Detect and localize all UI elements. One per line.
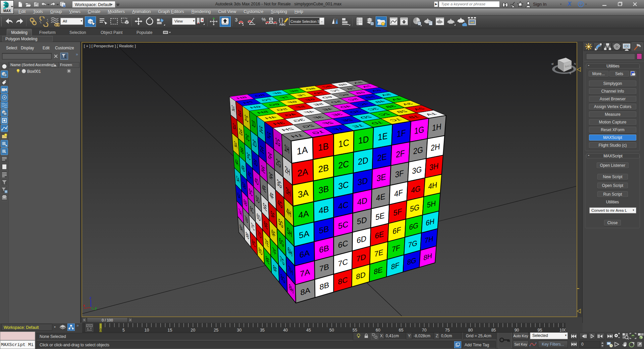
svg-text:35: 35 [260, 328, 265, 333]
svg-text:3A: 3A [298, 188, 309, 200]
svg-text:10: 10 [144, 328, 149, 333]
svg-text:95: 95 [538, 328, 542, 333]
svg-text:1A: 1A [297, 144, 308, 157]
svg-text:40: 40 [283, 328, 288, 333]
svg-text:4F: 4F [394, 188, 403, 199]
svg-text:ABC: ABC [279, 23, 285, 26]
svg-text:3E: 3E [376, 172, 386, 183]
svg-text:3H: 3H [429, 161, 439, 172]
svg-text:5: 5 [122, 328, 125, 333]
svg-text:3: 3 [235, 17, 237, 22]
svg-text:1H: 1H [432, 122, 441, 133]
svg-text:3G: 3G [412, 165, 422, 176]
svg-text:80: 80 [468, 328, 473, 333]
svg-text:30: 30 [237, 328, 241, 333]
svg-text:4D: 4D [357, 196, 367, 207]
svg-text:2H: 2H [430, 142, 440, 153]
svg-text:2D: 2D [358, 155, 368, 167]
svg-text:4C: 4C [338, 200, 348, 211]
svg-text:{ }: { } [279, 17, 283, 23]
svg-text:%: % [262, 17, 266, 22]
svg-text:1G: 1G [414, 124, 424, 136]
svg-text:2B: 2B [318, 162, 329, 174]
svg-text:60: 60 [376, 328, 380, 333]
svg-text:100: 100 [559, 328, 566, 333]
svg-text:1D: 1D [358, 134, 369, 145]
svg-text:25: 25 [214, 328, 218, 333]
svg-text:90: 90 [515, 328, 519, 333]
svg-text:2A: 2A [297, 166, 308, 179]
svg-text:3D: 3D [358, 176, 368, 187]
svg-text:65: 65 [399, 328, 404, 333]
svg-text:15: 15 [167, 328, 172, 333]
svg-text:20: 20 [191, 328, 195, 333]
svg-text:50: 50 [329, 328, 334, 333]
svg-text:1E: 1E [378, 131, 388, 142]
svg-text:75: 75 [445, 328, 450, 333]
svg-text:3F: 3F [395, 168, 404, 179]
svg-text:70: 70 [422, 328, 427, 333]
svg-text:85: 85 [491, 328, 496, 333]
svg-text:2G: 2G [413, 145, 423, 156]
svg-text:45: 45 [306, 328, 311, 333]
svg-text:2E: 2E [377, 152, 387, 163]
svg-text:55: 55 [353, 328, 357, 333]
svg-text:4E: 4E [376, 191, 386, 203]
svg-text:2F: 2F [396, 148, 405, 159]
svg-text:2C: 2C [338, 159, 349, 170]
svg-text:1F: 1F [396, 128, 406, 139]
svg-text:1B: 1B [318, 141, 329, 153]
svg-text:?: ? [580, 2, 582, 7]
svg-text:1C: 1C [338, 137, 349, 149]
